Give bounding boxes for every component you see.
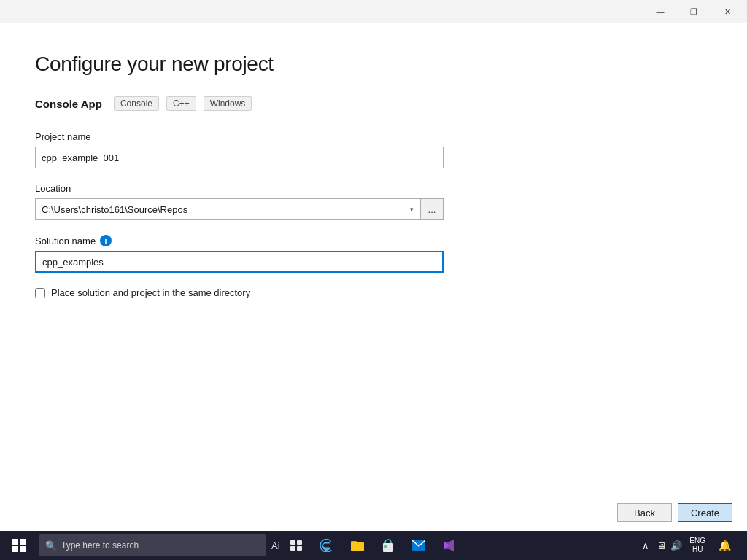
solution-name-input[interactable] xyxy=(35,251,444,273)
visual-studio-icon[interactable] xyxy=(435,531,464,560)
svg-rect-9 xyxy=(351,541,357,544)
notification-button[interactable]: 🔔 xyxy=(710,531,739,560)
store-icon[interactable] xyxy=(374,531,403,560)
ai-label: Ai xyxy=(271,540,280,551)
search-bar[interactable]: 🔍 Type here to search xyxy=(39,534,266,556)
main-content: Configure your new project Console App C… xyxy=(0,23,747,494)
solution-name-label: Solution name i xyxy=(35,235,712,246)
solution-name-group: Solution name i xyxy=(35,235,712,273)
search-icon: 🔍 xyxy=(45,540,57,551)
system-icons: ∧ xyxy=(636,540,655,551)
page-title: Configure your new project xyxy=(35,52,712,76)
project-name-input[interactable] xyxy=(35,147,444,168)
svg-marker-15 xyxy=(444,542,449,549)
up-arrow-icon[interactable]: ∧ xyxy=(642,540,649,551)
create-button[interactable]: Create xyxy=(678,503,732,522)
tag-windows: Windows xyxy=(204,96,252,111)
file-explorer-icon[interactable] xyxy=(343,531,372,560)
tag-cpp: C++ xyxy=(166,96,196,111)
same-directory-label[interactable]: Place solution and project in the same d… xyxy=(51,287,250,298)
maximize-button[interactable]: ❐ xyxy=(677,0,711,23)
svg-rect-5 xyxy=(297,540,302,545)
project-type-name: Console App xyxy=(35,98,102,110)
svg-rect-0 xyxy=(12,539,18,545)
info-icon[interactable]: i xyxy=(100,235,112,246)
location-row: ▾ ... xyxy=(35,198,444,220)
language-badge[interactable]: ENG HU xyxy=(686,537,708,554)
svg-rect-7 xyxy=(297,546,302,551)
svg-rect-6 xyxy=(290,546,295,551)
location-dropdown-button[interactable]: ▾ xyxy=(403,198,420,220)
tag-console: Console xyxy=(114,96,159,111)
action-area: Back Create xyxy=(0,494,747,531)
task-view-button[interactable] xyxy=(282,531,311,560)
minimize-button[interactable]: — xyxy=(643,0,677,23)
taskbar: 🔍 Type here to search Ai xyxy=(0,531,747,560)
same-directory-row: Place solution and project in the same d… xyxy=(35,287,712,298)
edge-icon[interactable] xyxy=(312,531,341,560)
svg-marker-14 xyxy=(449,539,454,552)
project-name-group: Project name xyxy=(35,131,712,168)
location-input[interactable] xyxy=(35,198,403,220)
svg-rect-2 xyxy=(12,546,18,552)
title-bar: — ❐ ✕ xyxy=(0,0,747,23)
search-placeholder-text: Type here to search xyxy=(61,540,139,551)
project-type-row: Console App Console C++ Windows xyxy=(35,96,712,111)
svg-rect-1 xyxy=(20,539,26,545)
same-directory-checkbox[interactable] xyxy=(35,288,45,298)
svg-rect-4 xyxy=(290,540,295,545)
project-name-label: Project name xyxy=(35,131,712,142)
browse-button[interactable]: ... xyxy=(420,198,444,220)
taskbar-right: ∧ 🖥 🔊 ENG HU 🔔 xyxy=(636,531,744,560)
svg-rect-11 xyxy=(384,545,387,548)
location-label: Location xyxy=(35,183,712,194)
location-group: Location ▾ ... xyxy=(35,183,712,220)
start-button[interactable] xyxy=(3,531,35,560)
close-button[interactable]: ✕ xyxy=(711,0,744,23)
show-desktop-button[interactable] xyxy=(740,531,744,560)
back-button[interactable]: Back xyxy=(617,503,672,522)
mail-icon[interactable] xyxy=(404,531,433,560)
volume-icon[interactable]: 🔊 xyxy=(670,540,682,551)
svg-rect-3 xyxy=(20,546,26,552)
network-icon[interactable]: 🖥 xyxy=(657,540,666,551)
